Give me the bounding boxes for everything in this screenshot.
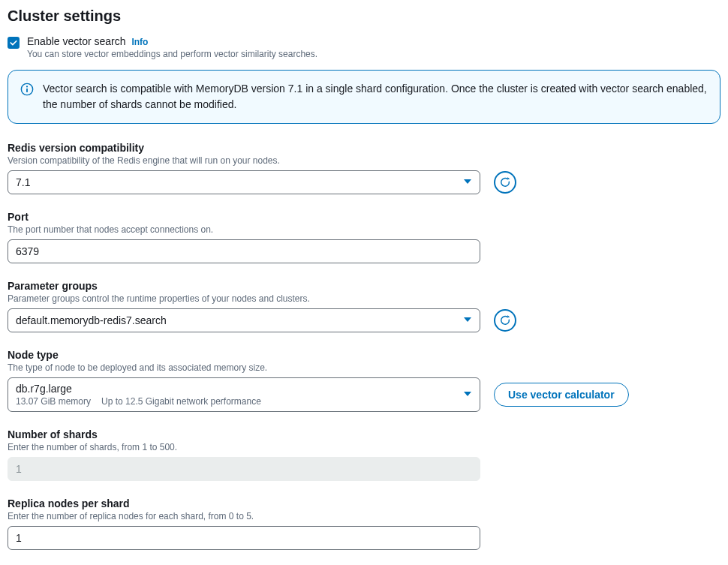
replicas-input[interactable]: 1 [8,526,480,550]
redis-version-field: Redis version compatibility Version comp… [8,142,720,194]
refresh-icon [499,176,511,188]
replicas-value: 1 [16,532,22,544]
shards-field: Number of shards Enter the number of sha… [8,428,720,481]
parameter-groups-select[interactable]: default.memorydb-redis7.search [8,308,480,332]
port-input[interactable]: 6379 [8,239,480,263]
port-field: Port The port number that nodes accept c… [8,211,720,263]
redis-version-refresh-button[interactable] [494,171,516,194]
parameter-groups-help: Parameter groups control the runtime pro… [8,293,720,304]
info-link[interactable]: Info [131,37,148,47]
notice-text: Vector search is compatible with MemoryD… [43,81,708,113]
parameter-groups-refresh-button[interactable] [494,309,516,332]
replicas-field: Replica nodes per shard Enter the number… [8,497,720,550]
redis-version-select[interactable]: 7.1 [8,170,480,194]
enable-vector-search-label: Enable vector search [27,35,126,47]
svg-point-1 [26,86,28,87]
shards-value: 1 [16,463,22,475]
use-vector-calculator-button[interactable]: Use vector calculator [494,383,629,407]
redis-version-label: Redis version compatibility [8,142,720,154]
chevron-down-icon [463,389,472,401]
port-label: Port [8,211,720,223]
parameter-groups-field: Parameter groups Parameter groups contro… [8,280,720,332]
enable-vector-search-row: Enable vector search Info You can store … [8,35,720,59]
port-value: 6379 [16,245,39,257]
node-type-label: Node type [8,349,720,361]
shards-help: Enter the number of shards, from 1 to 50… [8,442,720,452]
replicas-help: Enter the number of replica nodes for ea… [8,511,720,521]
enable-vector-search-checkbox[interactable] [8,37,20,49]
node-type-sub: 13.07 GiB memoryUp to 12.5 Gigabit netwo… [16,396,261,407]
svg-rect-2 [26,89,28,92]
port-help: The port number that nodes accept connec… [8,224,720,235]
node-type-value: db.r7g.large [16,383,72,395]
page-title: Cluster settings [8,8,720,25]
chevron-down-icon [463,314,472,326]
redis-version-help: Version compatibility of the Redis engin… [8,155,720,166]
check-icon [9,38,18,47]
replicas-label: Replica nodes per shard [8,497,720,509]
refresh-icon [499,314,511,326]
redis-version-value: 7.1 [16,176,30,188]
shards-input: 1 [8,457,480,481]
parameter-groups-label: Parameter groups [8,280,720,292]
node-type-field: Node type The type of node to be deploye… [8,349,720,412]
shards-label: Number of shards [8,428,720,440]
node-type-select[interactable]: db.r7g.large 13.07 GiB memoryUp to 12.5 … [8,377,480,412]
enable-vector-search-help: You can store vector embeddings and perf… [27,49,317,59]
chevron-down-icon [463,176,472,188]
node-type-help: The type of node to be deployed and its … [8,362,720,373]
vector-search-notice: Vector search is compatible with MemoryD… [8,70,720,124]
info-icon [20,83,34,96]
parameter-groups-value: default.memorydb-redis7.search [16,314,167,326]
